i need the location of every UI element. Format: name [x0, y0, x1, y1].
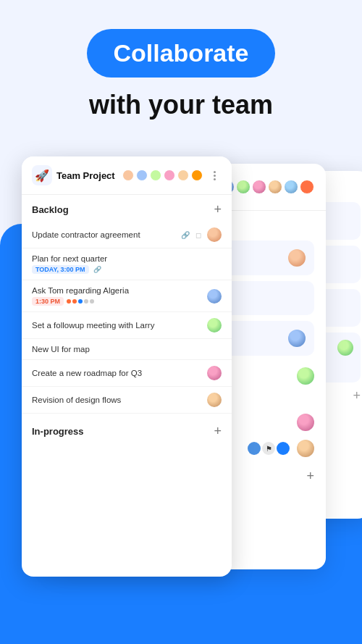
front-inprogress-plus[interactable]: +: [214, 424, 222, 439]
front-backlog-plus[interactable]: +: [214, 202, 222, 217]
front-avatar-group: [122, 170, 203, 181]
collaborate-badge: Collaborate: [87, 29, 274, 78]
front-member-3: [150, 170, 161, 181]
task3-avatar: [207, 289, 222, 304]
cards-area: In-progress B...e... R... L...a... A...W…: [0, 156, 362, 620]
front-inprogress-label: In-progress: [32, 426, 84, 437]
middle-task-3-avatar: [288, 330, 306, 347]
front-member-4: [164, 170, 175, 181]
task4-avatar: [207, 318, 222, 333]
front-task-7: Revision of design flows: [22, 387, 232, 414]
member-avatar-5: [268, 180, 282, 194]
inprogress-plus[interactable]: +: [306, 469, 314, 484]
design-icon-1: [248, 442, 261, 455]
task3-dots: [67, 299, 94, 304]
front-card-emoji: 🚀: [35, 169, 49, 183]
front-member-5: [177, 170, 189, 181]
design-icon-2: ⚑: [262, 442, 275, 455]
hero-section: Collaborate with your team: [0, 0, 362, 135]
task2-tag: TODAY, 3:00 PM: [32, 265, 89, 274]
front-member-2: [136, 170, 148, 181]
task2-icon: 🔗: [93, 266, 101, 273]
task1-icon2: ◻: [195, 231, 201, 239]
task1-avatar: [207, 227, 222, 242]
front-task-5: New UI for map: [22, 339, 232, 360]
front-member-1: [122, 170, 134, 181]
task1-icon1: 🔗: [181, 231, 190, 239]
front-task-4: Set a followup meeting with Larry: [22, 312, 232, 339]
roadmap-avatar: [297, 414, 314, 431]
front-card-header: 🚀 Team Project: [22, 156, 232, 195]
task6-avatar: [207, 366, 222, 380]
task3-tag: 1:30 PM: [32, 297, 64, 306]
middle-task-1-avatar: [288, 249, 306, 267]
front-task-3: Ask Tom regarding Algeria 1:30 PM: [22, 280, 232, 312]
member-avatar-3: [236, 180, 251, 194]
front-card-menu[interactable]: [207, 168, 222, 183]
front-card: 🚀 Team Project Ba: [22, 156, 232, 577]
front-card-title: Team Project: [56, 170, 122, 181]
design-avatar: [297, 440, 314, 457]
front-task-2: Plan for next quarter TODAY, 3:00 PM 🔗: [22, 248, 232, 280]
member-avatar-4: [252, 180, 266, 194]
front-member-6: [191, 170, 203, 181]
front-card-icon: 🚀: [32, 165, 52, 185]
front-backlog-header: Backlog +: [22, 195, 232, 222]
member-avatar-6: [284, 180, 298, 194]
design-icon-3: [277, 442, 290, 455]
task7-avatar: [207, 393, 222, 407]
front-card-inner: 🚀 Team Project Ba: [22, 156, 232, 577]
front-inprogress-header: In-progress +: [22, 417, 232, 442]
front-backlog-label: Backlog: [32, 204, 69, 215]
front-task-1: Update contractor agreement 🔗 ◻: [22, 222, 232, 248]
member-avatar-7: [300, 180, 314, 194]
hero-subtitle: with your team: [14, 89, 348, 120]
back-task-avatar: [337, 340, 353, 356]
followup-avatar: [297, 367, 314, 385]
front-task-6: Create a new roadmap for Q3: [22, 360, 232, 387]
